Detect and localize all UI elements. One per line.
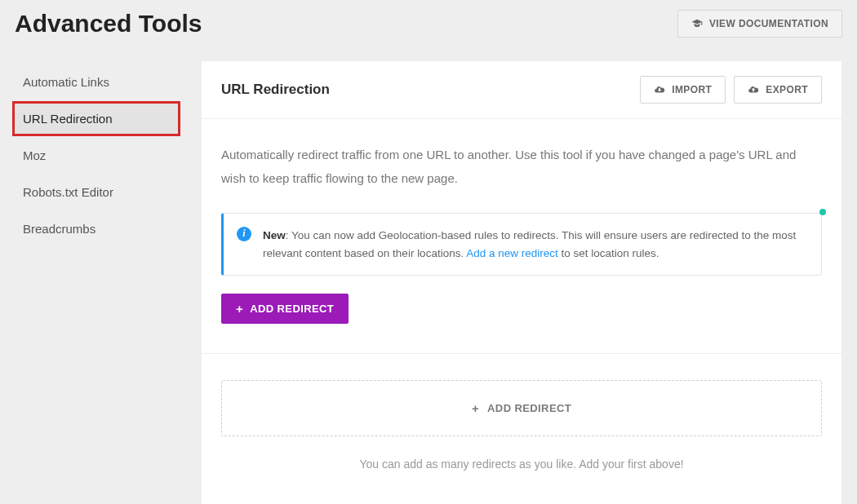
add-redirect-button[interactable]: + ADD REDIRECT	[221, 294, 349, 324]
add-redirect-label: ADD REDIRECT	[250, 303, 334, 315]
info-icon: i	[237, 227, 251, 241]
main-body: Automatically redirect traffic from one …	[202, 119, 841, 504]
plus-icon: +	[472, 402, 479, 414]
add-redirect-zone[interactable]: + ADD REDIRECT	[221, 380, 822, 436]
sidebar-item-label: URL Redirection	[23, 112, 113, 126]
main-title: URL Redirection	[221, 82, 330, 98]
plus-icon: +	[236, 303, 243, 315]
page: Advanced Tools VIEW DOCUMENTATION Automa…	[0, 0, 857, 504]
content-row: Automatic Links URL Redirection Moz Robo…	[15, 60, 842, 504]
notice-text: New: You can now add Geolocation-based r…	[263, 229, 796, 259]
add-redirect-zone-label: ADD REDIRECT	[487, 402, 571, 414]
info-notice: i New: You can now add Geolocation-based…	[221, 213, 822, 276]
export-button[interactable]: EXPORT	[734, 76, 822, 104]
main-actions: IMPORT EXPORT	[640, 76, 822, 104]
view-documentation-label: VIEW DOCUMENTATION	[709, 18, 828, 29]
sidebar-item-url-redirection[interactable]: URL Redirection	[15, 104, 178, 134]
graduation-cap-icon	[691, 18, 703, 29]
sidebar-item-label: Breadcrumbs	[23, 222, 95, 236]
sidebar-item-label: Robots.txt Editor	[23, 185, 113, 199]
import-button[interactable]: IMPORT	[640, 76, 726, 104]
notice-body-after: to set location rules.	[558, 247, 659, 259]
sidebar-item-robots-txt-editor[interactable]: Robots.txt Editor	[15, 177, 178, 207]
new-indicator-dot-icon	[819, 209, 826, 215]
cloud-download-icon	[654, 84, 665, 95]
top-bar: Advanced Tools VIEW DOCUMENTATION	[15, 10, 842, 38]
page-title: Advanced Tools	[15, 10, 202, 38]
sidebar-item-label: Automatic Links	[23, 75, 109, 89]
sidebar-item-label: Moz	[23, 148, 46, 162]
section-divider	[202, 353, 841, 354]
sidebar-item-moz[interactable]: Moz	[15, 140, 178, 170]
hint-text: You can add as many redirects as you lik…	[221, 458, 822, 471]
add-new-redirect-link[interactable]: Add a new redirect	[466, 247, 558, 259]
view-documentation-button[interactable]: VIEW DOCUMENTATION	[677, 10, 842, 38]
notice-new-label: New	[263, 229, 286, 241]
cloud-upload-icon	[748, 84, 759, 95]
sidebar-item-breadcrumbs[interactable]: Breadcrumbs	[15, 214, 178, 244]
main-panel: URL Redirection IMPORT EXPORT Automatica…	[201, 60, 842, 504]
export-label: EXPORT	[766, 84, 808, 95]
sidebar-item-automatic-links[interactable]: Automatic Links	[15, 67, 178, 97]
sidebar: Automatic Links URL Redirection Moz Robo…	[15, 60, 178, 250]
description-text: Automatically redirect traffic from one …	[221, 144, 809, 190]
import-label: IMPORT	[672, 84, 712, 95]
main-header: URL Redirection IMPORT EXPORT	[202, 61, 841, 119]
